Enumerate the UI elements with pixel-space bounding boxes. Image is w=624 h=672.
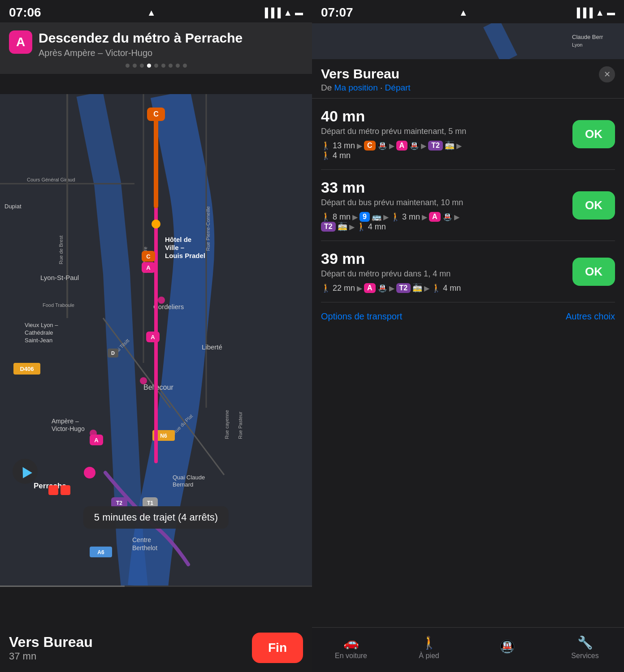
fin-button[interactable]: Fin — [252, 633, 303, 663]
svg-text:Rue Pierre-Corneille: Rue Pierre-Corneille — [205, 206, 211, 251]
tram-icon-1: 🚋 — [445, 141, 455, 151]
step-time-3a: 22 mn — [333, 284, 355, 293]
instruction-text: Descendez du métro à Perrache Après Ampè… — [39, 30, 243, 58]
step-letter: A — [9, 30, 32, 54]
from-label: De — [321, 83, 332, 92]
close-button[interactable]: ✕ — [599, 66, 615, 82]
svg-text:Cordeliers: Cordeliers — [153, 303, 184, 310]
svg-text:T2: T2 — [116, 500, 122, 506]
location-button[interactable] — [13, 459, 38, 484]
arrow-3c: ▶ — [424, 284, 429, 293]
transport-options-link[interactable]: Options de transport — [321, 311, 402, 322]
arrow-2b: ▶ — [383, 213, 389, 221]
route-steps-2a: 🚶 8 mn ▶ 9 🚌 ▶ 🚶 3 mn ▶ A 🚇 ▶ — [321, 212, 567, 222]
route-option-1[interactable]: 40 mn Départ du métro prévu maintenant, … — [321, 99, 615, 170]
route-title: Vers Bureau — [321, 66, 411, 82]
from-type: Départ — [385, 83, 411, 92]
step-time-2b: 3 mn — [402, 212, 420, 222]
svg-text:A: A — [146, 264, 151, 271]
status-icons-left: ▐▐▐ ▲ ▬ — [262, 8, 303, 18]
tab-transit[interactable]: 🚇 — [489, 639, 525, 656]
instruction-subtitle: Après Ampère – Victor-Hugo — [39, 48, 243, 58]
dot-9 — [183, 64, 187, 68]
status-bar-left: 07:06 ▲ ▐▐▐ ▲ ▬ — [0, 0, 312, 23]
arrow-3a: ▶ — [357, 284, 362, 293]
svg-point-53 — [140, 377, 147, 384]
status-bar-right: 07:07 ▲ ▐▐▐ ▲ ▬ — [312, 0, 624, 23]
dot-indicators — [9, 64, 303, 68]
step-info: 5 minutes de trajet (4 arrêts) — [83, 506, 229, 529]
svg-text:Ville –: Ville – — [165, 244, 184, 251]
badge-a-2: A — [429, 212, 441, 222]
tram-icon-2: 🚋 — [338, 222, 347, 232]
dot-8 — [176, 64, 180, 68]
route-links: Options de transport Autres choix — [321, 302, 615, 328]
svg-text:Dupiat: Dupiat — [4, 203, 22, 210]
svg-text:A6: A6 — [97, 549, 104, 556]
dot-4 — [147, 64, 151, 68]
dot-2 — [133, 64, 137, 68]
arrow-1a: ▶ — [357, 142, 362, 150]
location-icon-left: ▲ — [147, 8, 156, 18]
svg-point-54 — [90, 430, 97, 437]
walk-icon-3b: 🚶 — [431, 283, 441, 293]
arrow-1d: ▶ — [456, 142, 462, 150]
dot-6 — [161, 64, 165, 68]
svg-text:Louis Pradel: Louis Pradel — [165, 252, 205, 259]
svg-text:Berthelot: Berthelot — [132, 544, 157, 551]
tab-car-label: En voiture — [335, 652, 367, 660]
ok-button-2[interactable]: OK — [572, 191, 615, 220]
tab-bar: 🚗 En voiture 🚶 À pied 🚇 🔧 Services — [312, 627, 624, 672]
tab-walk[interactable]: 🚶 À pied — [411, 635, 447, 660]
badge-t2-3: T2 — [396, 283, 411, 293]
step-time-2c: 4 mn — [368, 222, 386, 232]
arrow-1c: ▶ — [421, 142, 426, 150]
battery-icon-right: ▬ — [607, 8, 615, 17]
route-sheet: Vers Bureau De Ma position · Départ ✕ 40… — [312, 59, 624, 627]
arrow-2e: ▶ — [349, 223, 355, 231]
badge-a-1: A — [396, 141, 408, 151]
svg-text:Cathédrale: Cathédrale — [25, 329, 53, 336]
tab-services[interactable]: 🔧 Services — [567, 635, 603, 660]
route-from: De Ma position · Départ — [321, 83, 411, 93]
route-desc-3: Départ du métro prévu dans 1, 4 mn — [321, 269, 567, 279]
svg-text:A: A — [94, 437, 99, 444]
svg-text:Rue cayenne: Rue cayenne — [224, 410, 230, 439]
svg-text:Centre: Centre — [132, 536, 151, 543]
scroll-progress — [0, 586, 125, 587]
walk-icon-2a: 🚶 — [321, 212, 331, 222]
metro-icon-1a: 🚇 — [377, 141, 387, 151]
route-option-3[interactable]: 39 mn Départ du métro prévu dans 1, 4 mn… — [321, 241, 615, 302]
route-header-text: Vers Bureau De Ma position · Départ — [321, 66, 411, 93]
tab-car[interactable]: 🚗 En voiture — [333, 635, 369, 660]
badge-t2-1: T2 — [428, 141, 443, 151]
dot-5 — [154, 64, 158, 68]
badge-a-3: A — [364, 283, 376, 293]
svg-rect-59 — [48, 485, 58, 495]
route-option-2[interactable]: 33 mn Départ du bus prévu maintenant, 10… — [321, 170, 615, 241]
tab-walk-label: À pied — [419, 652, 439, 660]
route-steps-2b: T2 🚋 ▶ 🚶 4 mn — [321, 222, 567, 232]
signal-icon-right: ▐▐▐ — [574, 8, 593, 18]
step-time-1a: 13 mn — [333, 141, 355, 151]
ok-button-3[interactable]: OK — [572, 258, 615, 286]
ok-button-1[interactable]: OK — [572, 120, 615, 148]
svg-text:Lyon: Lyon — [572, 42, 582, 47]
route-option-1-content: 40 mn Départ du métro prévu maintenant, … — [321, 108, 567, 160]
tram-icon-3: 🚋 — [412, 283, 422, 293]
dest-title: Vers Bureau — [9, 634, 93, 650]
tab-services-label: Services — [571, 652, 598, 660]
svg-text:C: C — [153, 110, 159, 118]
bus-icon-2: 🚌 — [372, 212, 381, 222]
map-top-right: Claude Berr Lyon — [312, 23, 624, 59]
bottom-bar-left: Vers Bureau 37 mn Fin — [0, 625, 312, 672]
svg-text:Bernard: Bernard — [173, 481, 193, 488]
badge-c-1: C — [364, 141, 376, 151]
other-choices-link[interactable]: Autres choix — [566, 311, 615, 322]
walk-icon-1b: 🚶 — [321, 151, 331, 160]
location-icon-right: ▲ — [459, 8, 468, 18]
scroll-indicator — [0, 586, 312, 587]
svg-point-52 — [158, 297, 165, 304]
route-desc-1: Départ du métro prévu maintenant, 5 mn — [321, 127, 567, 136]
route-duration-3: 39 mn — [321, 250, 567, 267]
